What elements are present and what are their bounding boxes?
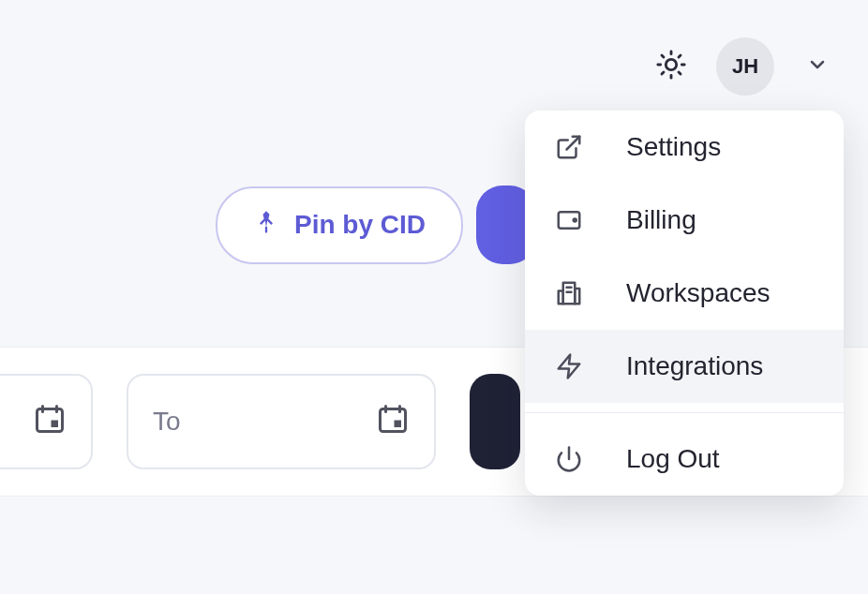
user-dropdown-menu: Settings Billing Workspaces [525, 111, 844, 496]
svg-line-4 [679, 72, 681, 74]
building-icon [553, 277, 585, 309]
calendar-icon [376, 402, 410, 442]
lightning-icon [553, 350, 585, 382]
date-to-placeholder: To [153, 407, 181, 437]
chevron-down-icon [806, 53, 829, 80]
power-icon [553, 443, 585, 475]
avatar[interactable]: JH [716, 37, 774, 96]
svg-line-8 [679, 55, 681, 57]
pin-button-label: Pin by CID [294, 210, 426, 240]
svg-line-18 [567, 137, 580, 150]
svg-rect-17 [395, 420, 402, 427]
menu-item-label: Integrations [626, 351, 763, 381]
svg-line-7 [662, 72, 664, 74]
theme-toggle-button[interactable] [652, 48, 690, 85]
menu-divider [525, 412, 844, 413]
date-from-input[interactable] [0, 374, 93, 469]
svg-point-20 [574, 219, 576, 222]
date-to-input[interactable]: To [127, 374, 436, 469]
svg-rect-22 [559, 291, 563, 304]
menu-item-label: Billing [626, 205, 696, 235]
menu-item-billing[interactable]: Billing [525, 184, 844, 257]
svg-rect-10 [37, 408, 63, 431]
menu-item-integrations[interactable]: Integrations [525, 330, 844, 403]
svg-point-0 [666, 59, 676, 69]
menu-item-workspaces[interactable]: Workspaces [525, 257, 844, 330]
sun-icon [655, 49, 687, 84]
menu-item-settings[interactable]: Settings [525, 111, 844, 184]
svg-marker-26 [559, 355, 580, 379]
pin-icon [253, 209, 279, 242]
apply-filter-button[interactable] [470, 374, 520, 469]
calendar-icon [33, 402, 67, 442]
external-link-icon [553, 131, 585, 163]
svg-rect-9 [265, 226, 267, 232]
svg-rect-13 [52, 420, 59, 427]
menu-item-label: Settings [626, 132, 721, 162]
menu-item-label: Log Out [626, 444, 720, 474]
pin-by-cid-button[interactable]: Pin by CID [216, 186, 463, 264]
avatar-initials: JH [732, 54, 758, 79]
user-menu-toggle[interactable] [801, 48, 834, 85]
wallet-icon [553, 204, 585, 236]
svg-rect-14 [381, 408, 406, 431]
svg-line-3 [662, 55, 664, 57]
svg-rect-23 [575, 289, 579, 304]
menu-item-logout[interactable]: Log Out [525, 423, 844, 496]
menu-item-label: Workspaces [626, 278, 771, 308]
